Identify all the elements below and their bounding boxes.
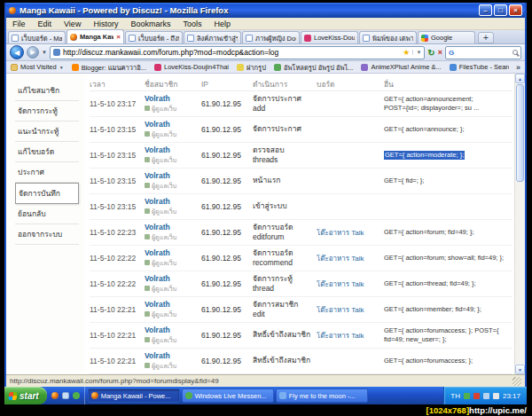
- messenger-icon[interactable]: [73, 392, 80, 399]
- bookmark-item[interactable]: LoveKiss-Doujin4Thai: [154, 63, 229, 71]
- log-member: Volrath ผู้ดูแลเว็บ: [145, 300, 201, 318]
- browser-tab[interactable]: LoveKiss-Doujin4...: [301, 31, 358, 43]
- taskbar-button[interactable]: Manga Kawaii - Powe...: [88, 389, 180, 403]
- log-header: เวลาชื่อสมาชิกIPดำเนินการบอร์ดอื่น: [90, 77, 512, 91]
- antivirus-icon[interactable]: [473, 393, 480, 399]
- back-button[interactable]: ◀: [10, 45, 24, 59]
- log-ip: 61.90.12.95: [201, 305, 253, 314]
- menu-item[interactable]: File: [6, 18, 32, 29]
- member-link[interactable]: Volrath: [145, 326, 198, 334]
- member-link[interactable]: Volrath: [145, 120, 198, 129]
- table-row: 11-5-10 22:21 Volrath ผู้ดูแลเว็บ 61.90.…: [90, 323, 512, 349]
- taskbar-button[interactable]: Fly me to the moon -...: [276, 389, 368, 403]
- board-link[interactable]: โต๊ะอาหาร Talk: [317, 280, 364, 288]
- sidebar-item[interactable]: ย้อนกลับ: [15, 204, 79, 224]
- search-icon[interactable]: [512, 50, 518, 55]
- board-link[interactable]: โต๊ะอาหาร Talk: [317, 255, 364, 263]
- column-header: บอร์ด: [317, 78, 384, 90]
- browser-tab[interactable]: พิมพ์ของ เตพาไล้ เ...: [359, 31, 417, 43]
- log-time: 11-5-10 22:21: [90, 357, 145, 365]
- scrollbar-track[interactable]: [515, 183, 525, 365]
- minimize-button[interactable]: –: [479, 4, 492, 16]
- close-button[interactable]: ×: [509, 4, 522, 16]
- show-desktop-icon[interactable]: [62, 392, 69, 399]
- menu-item[interactable]: Help: [207, 18, 237, 29]
- log-member: Volrath ผู้ดูแลเว็บ: [145, 197, 201, 216]
- menu-item[interactable]: History: [87, 18, 124, 29]
- anime-icon: [361, 64, 368, 71]
- browser-tab[interactable]: Manga Kawaii ... ×: [66, 29, 124, 43]
- messenger-tray-icon[interactable]: [464, 393, 470, 399]
- sidebar-item[interactable]: แก้ไขสมาชิก: [15, 81, 79, 101]
- menu-item[interactable]: Edit: [32, 18, 59, 29]
- browser-tab[interactable]: Google: [418, 31, 475, 43]
- reload-button[interactable]: ↻: [427, 48, 434, 58]
- window-title: Manga Kawaii - Powered by Discuz! - Mozi…: [20, 5, 475, 15]
- member-role: ผู้ดูแลเว็บ: [152, 361, 176, 371]
- scroll-down-button[interactable]: ▼: [515, 365, 525, 374]
- member-role: ผู้ดูแลเว็บ: [152, 207, 176, 216]
- log-params: GET={ action=announce; };: [384, 125, 512, 134]
- bookmarks-overflow-chevron[interactable]: »: [516, 63, 520, 72]
- bookmark-star-icon[interactable]: ★: [403, 48, 410, 57]
- taskbar-button[interactable]: Windows Live Messen...: [182, 389, 274, 403]
- start-button[interactable]: start: [4, 387, 47, 404]
- log-params: GET={ action=announcement;POST={id=; dis…: [384, 95, 512, 113]
- browser-tab[interactable]: เว็บบอร์ด - Manga...: [8, 31, 66, 43]
- search-input[interactable]: G: [445, 46, 521, 59]
- member-link[interactable]: Volrath: [145, 248, 198, 257]
- sidebar-item[interactable]: ออกจากระบบ: [15, 224, 79, 245]
- browser-tab[interactable]: ลิงค์ภาพเข้าสู่ระบบสมา...: [184, 31, 241, 43]
- vertical-scrollbar[interactable]: ▲ ▼: [514, 74, 525, 374]
- scrollbar-thumb[interactable]: [516, 84, 524, 182]
- address-bar[interactable]: http://discuz.mankawaii.com/forum.php?mo…: [50, 46, 425, 59]
- menu-item[interactable]: Bookmarks: [124, 18, 176, 29]
- bookmark-item[interactable]: Most Visited ▼: [11, 63, 64, 71]
- url-dropdown-icon[interactable]: ▼: [412, 50, 421, 55]
- browser-tab[interactable]: เว็บบอร์ด - ถึงพวก...: [125, 31, 183, 43]
- volume-icon[interactable]: [493, 393, 499, 399]
- sidebar-item[interactable]: แก้ไขบอร์ด: [15, 142, 79, 162]
- member-link[interactable]: Volrath: [145, 223, 198, 232]
- sidebar-item[interactable]: ประกาศ: [15, 162, 79, 183]
- sidebar-item[interactable]: จัดการบันทึก: [15, 183, 79, 204]
- history-dropdown-icon[interactable]: ▼: [42, 50, 47, 55]
- member-link[interactable]: Volrath: [145, 351, 198, 360]
- board-link[interactable]: โต๊ะอาหาร Talk: [317, 229, 364, 237]
- menu-item[interactable]: Tools: [176, 18, 207, 29]
- member-link[interactable]: Volrath: [145, 300, 198, 309]
- tab-close-icon[interactable]: ×: [116, 33, 121, 41]
- sidebar-item[interactable]: จัดการกระทู้: [15, 101, 79, 122]
- sidebar-item[interactable]: แนะนำกระทู้: [15, 122, 79, 142]
- log-action: จัดการประกาศ add: [253, 94, 317, 114]
- bookmark-item[interactable]: AnimeXPlus! Anime &...: [361, 63, 441, 71]
- member-link[interactable]: Volrath: [145, 197, 198, 206]
- member-link[interactable]: Volrath: [145, 94, 198, 103]
- member-link[interactable]: Volrath: [145, 274, 198, 283]
- browser-tab[interactable]: ภาพผู้หญิง Doujin Ma...: [242, 31, 300, 43]
- language-indicator[interactable]: TH: [450, 392, 460, 400]
- forward-button[interactable]: ▶: [27, 46, 39, 59]
- stop-button[interactable]: ×: [438, 48, 442, 57]
- member-link[interactable]: Volrath: [145, 171, 198, 180]
- firefox-icon[interactable]: [51, 392, 59, 399]
- status-link-text: http://discuz.mankawaii.com/forum.php?mo…: [10, 377, 512, 385]
- bookmark-item[interactable]: ฝากรูป: [237, 62, 266, 73]
- bookmark-item[interactable]: อัพโหลดรูป อัพรูป อัพไ...: [274, 62, 354, 73]
- board-link[interactable]: โต๊ะอาหาร Talk: [317, 306, 364, 314]
- scroll-up-button[interactable]: ▲: [515, 74, 525, 83]
- bookmark-item[interactable]: Blogger: แมนคาวาอิ...: [72, 62, 146, 73]
- url-text[interactable]: http://discuz.mankawaii.com/forum.php?mo…: [63, 48, 400, 57]
- heart-icon: [154, 64, 161, 71]
- network-icon[interactable]: [483, 393, 489, 399]
- menu-bar: FileEditViewHistoryBookmarksToolsHelp: [6, 18, 525, 30]
- maximize-button[interactable]: □: [494, 4, 507, 16]
- new-tab-button[interactable]: +: [478, 32, 494, 43]
- member-link[interactable]: Volrath: [145, 145, 198, 154]
- log-ip: 61.90.12.95: [201, 357, 253, 365]
- role-icon: [145, 183, 150, 188]
- bookmark-item[interactable]: FilesTube - Search a...: [450, 63, 509, 71]
- menu-item[interactable]: View: [58, 18, 87, 29]
- board-link[interactable]: โต๊ะอาหาร Talk: [317, 332, 364, 340]
- log-time: 11-5-10 22:23: [90, 228, 145, 237]
